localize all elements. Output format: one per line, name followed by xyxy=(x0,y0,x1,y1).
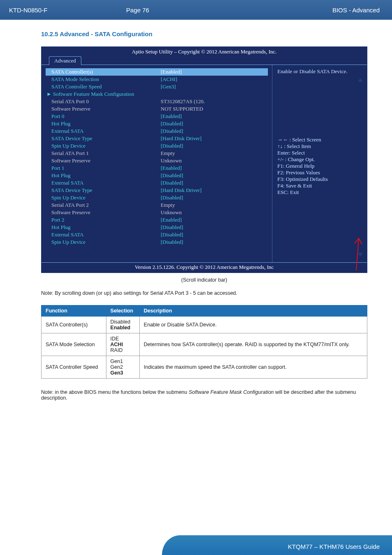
table-cell-selection: Gen1Gen2Gen3 xyxy=(106,356,139,379)
table-header: Description xyxy=(139,305,367,317)
bios-setting-row[interactable]: Spin Up Device[Disabled] xyxy=(46,142,268,150)
table-cell-function: SATA Controller Speed xyxy=(42,356,106,379)
bios-setting-row[interactable]: Hot Plug[Disabled] xyxy=(46,120,268,127)
bios-screenshot: Aptio Setup Utility – Copyright © 2012 A… xyxy=(41,46,367,273)
bios-setting-value: [Disabled] xyxy=(161,179,268,187)
bios-setting-value: [Disabled] xyxy=(161,120,268,127)
bios-setting-row[interactable]: Port 1[Enabled] xyxy=(46,164,268,172)
section-title: 10.2.5 Advanced - SATA Configuration xyxy=(41,30,367,37)
bios-setting-value: [Disabled] xyxy=(161,224,268,231)
bios-setting-key: SATA Mode Selection xyxy=(46,76,161,83)
bios-version-footer: Version 2.15.1226. Copyright © 2012 Amer… xyxy=(42,262,367,273)
bios-setting-value: [Disabled] xyxy=(161,172,268,179)
table-row: SATA Controller(s)DisabledEnabledEnable … xyxy=(42,317,367,333)
bios-setting-key: Hot Plug xyxy=(46,120,161,127)
bios-help-key: F2: Previous Values xyxy=(277,169,364,176)
bios-setting-row[interactable]: Software PreserveUnknown xyxy=(46,209,268,216)
bios-help-key: +/- : Change Opt. xyxy=(277,156,364,163)
bios-setting-value: [Hard Disk Driver] xyxy=(161,135,268,142)
bios-setting-key: Hot Plug xyxy=(46,172,161,179)
bios-help-description: Enable or Disable SATA Device. xyxy=(277,68,364,75)
bios-setting-key: Spin Up Device xyxy=(46,194,161,201)
bios-setting-value: [Enabled] xyxy=(161,216,268,224)
doc-section: BIOS - Advanced xyxy=(191,7,392,14)
bios-setting-key: External SATA xyxy=(46,179,161,187)
document-footer: KTQM77 – KTHM76 Users Guide xyxy=(0,533,392,555)
bios-setting-value: ST3120827AS (120. xyxy=(161,98,268,105)
bios-setting-key: SATA Device Type xyxy=(46,187,161,194)
bios-setting-row[interactable]: SATA Device Type[Hard Disk Driver] xyxy=(46,135,268,142)
bios-setting-value: [Enabled] xyxy=(161,113,268,120)
bios-setting-row[interactable]: Hot Plug[Disabled] xyxy=(46,172,268,179)
document-header: KTD-N0850-F Page 76 BIOS - Advanced xyxy=(0,0,392,20)
bios-setting-row[interactable]: Port 0[Enabled] xyxy=(46,113,268,120)
bios-setting-key: Serial ATA Port 0 xyxy=(46,98,161,105)
bios-setting-row[interactable]: Port 2[Enabled] xyxy=(46,216,268,224)
bios-setting-key: Spin Up Device xyxy=(46,238,161,246)
bios-help-keys: →← : Select Screen↑↓ : Select ItemEnter:… xyxy=(277,136,364,196)
bios-help-key: F4: Save & Exit xyxy=(277,183,364,189)
table-header: Selection xyxy=(106,305,139,317)
bios-setting-value: [Disabled] xyxy=(161,127,268,135)
bios-setting-key: Port 1 xyxy=(46,164,161,172)
bios-setting-key: External SATA xyxy=(46,231,161,238)
bios-setting-value: [Disabled] xyxy=(161,142,268,150)
bios-setting-row[interactable]: SATA Mode Selection[ACHI] xyxy=(46,76,268,83)
bios-setting-value: NOT SUPPORTED xyxy=(161,105,268,113)
bios-setting-value: [Disabled] xyxy=(161,238,268,246)
bios-setting-value: [Enabled] xyxy=(161,164,268,172)
bios-setting-row[interactable]: Serial ATA Port 0ST3120827AS (120. xyxy=(46,98,268,105)
table-cell-description: Indicates the maximum speed the SATA con… xyxy=(139,356,367,379)
bios-help-key: →← : Select Screen xyxy=(277,136,364,143)
bios-setting-value: [Enabled] xyxy=(161,68,268,76)
bios-setting-key: SATA Device Type xyxy=(46,135,161,142)
bios-setting-row[interactable]: SATA Controller Speed[Gen3] xyxy=(46,83,268,90)
bios-setting-key: Software Preserve xyxy=(46,105,161,113)
bios-setting-row[interactable]: SATA Device Type[Hard Disk Driver] xyxy=(46,187,268,194)
bios-setting-value: [Hard Disk Driver] xyxy=(161,187,268,194)
bios-settings-panel: SATA Controller(s)[Enabled]SATA Mode Sel… xyxy=(42,65,272,262)
bios-setting-value: Empty xyxy=(161,201,268,209)
function-table: FunctionSelectionDescription SATA Contro… xyxy=(41,305,367,379)
table-row: SATA Mode SelectionIDEACHIRAIDDetermines… xyxy=(42,333,367,356)
bios-setting-row[interactable]: ► Software Feature Mask Configuration xyxy=(46,90,268,98)
bios-setting-value xyxy=(161,90,268,98)
scroll-up-icon xyxy=(358,78,363,82)
bios-setting-row[interactable]: Serial ATA Port 2Empty xyxy=(46,201,268,209)
bios-setting-key: Spin Up Device xyxy=(46,142,161,150)
bios-setting-value: Unknown xyxy=(161,209,268,216)
bios-setting-row[interactable]: Hot Plug[Disabled] xyxy=(46,224,268,231)
bios-help-panel: Enable or Disable SATA Device. →← : Sele… xyxy=(272,65,367,262)
bios-setting-row[interactable]: External SATA[Disabled] xyxy=(46,127,268,135)
bios-setting-key: SATA Controller Speed xyxy=(46,83,161,90)
table-cell-selection: DisabledEnabled xyxy=(106,317,139,333)
bios-setting-row[interactable]: SATA Controller(s)[Enabled] xyxy=(46,68,268,76)
bios-setting-row[interactable]: Software PreserveNOT SUPPORTED xyxy=(46,105,268,113)
bios-setting-row[interactable]: External SATA[Disabled] xyxy=(46,179,268,187)
bios-help-key: ESC: Exit xyxy=(277,189,364,196)
bios-help-key: F3: Optimized Defaults xyxy=(277,176,364,183)
bios-setting-value: [Disabled] xyxy=(161,194,268,201)
bios-help-key: ↑↓ : Select Item xyxy=(277,143,364,150)
bios-help-key: F1: General Help xyxy=(277,163,364,169)
callout-arrow-icon xyxy=(353,234,366,271)
bios-setting-value: [ACHI] xyxy=(161,76,268,83)
bios-setting-row[interactable]: External SATA[Disabled] xyxy=(46,231,268,238)
table-cell-description: Determines how SATA controller(s) operat… xyxy=(139,333,367,356)
footer-guide-title: KTQM77 – KTHM76 Users Guide xyxy=(288,543,380,550)
bios-setting-key: Hot Plug xyxy=(46,224,161,231)
bios-tab-advanced[interactable]: Advanced xyxy=(49,56,81,65)
table-cell-description: Enable or Disable SATA Device. xyxy=(139,317,367,333)
bios-setting-row[interactable]: Software PreserveUnknown xyxy=(46,157,268,164)
bios-setting-row[interactable]: Spin Up Device[Disabled] xyxy=(46,194,268,201)
bios-setting-row[interactable]: Spin Up Device[Disabled] xyxy=(46,238,268,246)
bios-setting-key: Serial ATA Port 1 xyxy=(46,150,161,157)
table-cell-function: SATA Controller(s) xyxy=(42,317,106,333)
bios-setting-row[interactable]: Serial ATA Port 1Empty xyxy=(46,150,268,157)
bios-setting-key: Serial ATA Port 2 xyxy=(46,201,161,209)
bios-setting-value: [Disabled] xyxy=(161,231,268,238)
scroll-caption: (Scroll indicator bar) xyxy=(41,277,367,283)
bios-setting-key: Software Preserve xyxy=(46,157,161,164)
submenu-note: Note: in the above BIOS menu the functio… xyxy=(41,389,367,401)
table-row: SATA Controller SpeedGen1Gen2Gen3Indicat… xyxy=(42,356,367,379)
